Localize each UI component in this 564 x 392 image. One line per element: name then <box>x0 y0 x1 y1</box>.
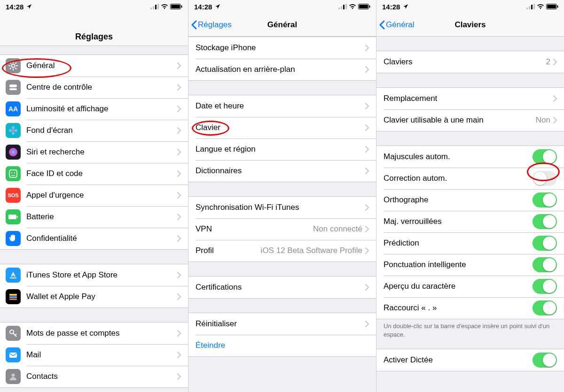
chevron-right-icon <box>365 45 369 51</box>
chevron-right-icon <box>177 149 181 155</box>
settings-row[interactable]: SOS Appel d'urgence <box>0 184 188 206</box>
settings-row[interactable]: Fond d'écran <box>0 120 188 141</box>
settings-row[interactable]: Face ID et code <box>0 163 188 184</box>
svg-point-37 <box>12 374 15 377</box>
settings-row[interactable]: Confidentialité <box>0 228 188 249</box>
toggle-switch[interactable] <box>533 236 557 251</box>
svg-rect-16 <box>9 85 17 87</box>
row-label: Batterie <box>26 212 177 222</box>
settings-row[interactable]: VPN Non connecté <box>188 218 376 240</box>
settings-row[interactable]: Batterie <box>0 206 188 228</box>
wifi-icon <box>161 4 168 9</box>
settings-row[interactable]: iTunes Store et App Store <box>0 264 188 286</box>
chevron-right-icon <box>177 192 181 199</box>
toggle-switch[interactable] <box>533 171 557 186</box>
chevron-right-icon <box>365 321 369 327</box>
svg-point-18 <box>12 129 15 132</box>
svg-point-26 <box>14 172 15 173</box>
svg-rect-3 <box>157 4 159 9</box>
chevron-right-icon <box>365 204 369 211</box>
wifi-icon <box>349 4 356 9</box>
battery-icon <box>170 4 182 9</box>
settings-row[interactable]: Clavier <box>188 117 376 138</box>
location-icon <box>215 4 220 9</box>
toggle-switch[interactable] <box>533 149 557 164</box>
row-label: Maj. verrouillées <box>384 217 533 226</box>
row-label: Langue et région <box>196 145 365 154</box>
battery-icon <box>358 4 370 9</box>
chevron-right-icon <box>177 272 181 278</box>
toggle-switch[interactable] <box>533 300 557 315</box>
row-label: Wallet et Apple Pay <box>26 292 177 301</box>
siri-icon <box>6 145 21 160</box>
svg-rect-50 <box>547 5 556 8</box>
settings-row[interactable]: Général <box>0 55 188 77</box>
svg-line-35 <box>15 334 16 335</box>
back-button[interactable]: Général <box>376 20 414 30</box>
settings-row: Aperçu du caractère <box>376 276 564 297</box>
svg-rect-38 <box>338 8 340 9</box>
settings-group: Activer Dictée <box>376 349 564 371</box>
settings-row[interactable]: Claviers 2 <box>376 51 564 73</box>
toggle-switch[interactable] <box>533 279 557 294</box>
settings-row[interactable]: Dictionnaires <box>188 160 376 182</box>
svg-rect-51 <box>557 6 558 8</box>
settings-group: Majuscules autom. Correction autom. Orth… <box>376 146 564 319</box>
back-button[interactable]: Réglages <box>188 20 232 30</box>
contacts-icon <box>6 369 21 384</box>
svg-rect-24 <box>9 170 17 177</box>
settings-row[interactable]: Mots de passe et comptes <box>0 323 188 344</box>
row-label: Fond d'écran <box>26 126 177 135</box>
chevron-right-icon <box>365 66 369 73</box>
settings-row[interactable]: Date et heure <box>188 95 376 117</box>
toggle-switch[interactable] <box>533 257 557 272</box>
toggle-switch[interactable] <box>533 192 557 208</box>
row-label: Ponctuation intelligente <box>384 260 533 269</box>
svg-rect-48 <box>533 4 535 9</box>
svg-point-20 <box>15 129 17 132</box>
row-label: Confidentialité <box>26 234 177 243</box>
row-label: Majuscules autom. <box>384 152 533 161</box>
toggle-switch[interactable] <box>533 353 557 368</box>
row-label: Prédiction <box>384 238 533 248</box>
settings-row[interactable]: Réinitialiser <box>188 313 376 335</box>
nav-bar: Réglages <box>0 13 188 46</box>
svg-rect-2 <box>155 5 157 9</box>
toggle-switch[interactable] <box>533 214 557 229</box>
screen-settings: 14:28 Réglages Général Centre de contrôl… <box>0 0 188 392</box>
settings-row[interactable]: Profil iOS 12 Beta Software Profile <box>188 240 376 261</box>
row-label: Général <box>26 61 177 70</box>
wallet-icon <box>6 289 21 304</box>
settings-row[interactable]: Certifications <box>188 277 376 298</box>
row-label: Actualisation en arrière-plan <box>196 65 365 74</box>
settings-row[interactable]: Actualisation en arrière-plan <box>188 59 376 80</box>
settings-group: Réinitialiser Éteindre <box>188 313 376 357</box>
svg-rect-36 <box>9 353 17 358</box>
battery-icon <box>6 209 21 224</box>
SOS-icon: SOS <box>6 188 21 203</box>
settings-group: Certifications <box>188 276 376 299</box>
status-bar: 14:28 <box>0 0 188 13</box>
settings-row[interactable]: Centre de contrôle <box>0 77 188 98</box>
svg-rect-32 <box>9 299 17 300</box>
settings-row[interactable]: Wallet et Apple Pay <box>0 286 188 307</box>
svg-point-21 <box>12 132 15 135</box>
mail-icon <box>6 347 21 362</box>
row-label: Claviers <box>384 57 546 67</box>
settings-row[interactable]: Synchronisation Wi-Fi iTunes <box>188 197 376 218</box>
svg-rect-39 <box>341 6 342 9</box>
settings-row[interactable]: Stockage iPhone <box>188 37 376 59</box>
settings-row[interactable]: Mail <box>0 344 188 366</box>
settings-row[interactable]: Langue et région <box>188 138 376 160</box>
svg-rect-40 <box>343 5 345 9</box>
row-value: Non <box>536 115 550 125</box>
settings-group: Claviers 2 <box>376 51 564 73</box>
settings-row[interactable]: Éteindre <box>188 335 376 356</box>
settings-row[interactable]: AA Luminosité et affichage <box>0 98 188 120</box>
row-label: Orthographe <box>384 195 533 205</box>
settings-row[interactable]: Clavier utilisable à une main Non <box>376 109 564 131</box>
settings-row[interactable]: Siri et recherche <box>0 141 188 163</box>
settings-row[interactable]: Remplacement <box>376 88 564 109</box>
row-label: Raccourci « . » <box>384 303 533 313</box>
settings-row[interactable]: Contacts <box>0 366 188 387</box>
